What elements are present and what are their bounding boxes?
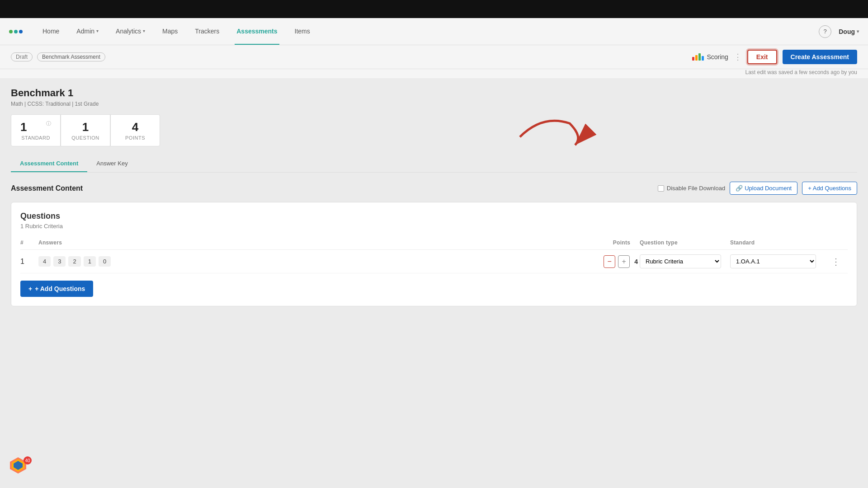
scoring-button[interactable]: Scoring [692, 53, 728, 61]
answer-chip-0: 0 [99, 256, 111, 267]
points-value: 4 [634, 258, 638, 265]
save-status: Last edit was saved a few seconds ago by… [0, 69, 868, 78]
standard-stat: 1 ⓘ STANDARD [11, 114, 61, 146]
bar-orange [695, 55, 698, 61]
tab-assessment-content[interactable]: Assessment Content [11, 155, 87, 172]
logo-dots [9, 30, 23, 33]
points-decrease-button[interactable]: − [604, 255, 615, 268]
row-num: 1 [20, 258, 38, 266]
content-actions: Disable File Download 🔗 Upload Document … [658, 182, 857, 195]
question-label: QUESTION [70, 135, 101, 141]
bar-blue [702, 56, 704, 61]
answer-chip-4: 4 [38, 256, 51, 267]
nav-admin[interactable]: Admin ▾ [75, 18, 100, 45]
nav-home[interactable]: Home [41, 18, 61, 45]
question-type-select[interactable]: Rubric Criteria [640, 254, 721, 268]
question-count: 1 [70, 120, 101, 134]
answer-chip-1: 1 [84, 256, 96, 267]
draft-badge: Draft [11, 52, 33, 61]
questions-title: Questions [20, 211, 848, 221]
standard-select[interactable]: 1.OA.A.1 [730, 254, 816, 268]
help-icon[interactable]: ? [819, 25, 831, 38]
standard-label: STANDARD [20, 135, 51, 141]
scoring-bars-icon [692, 53, 704, 61]
nav-items[interactable]: Items [293, 18, 312, 45]
main-content: Benchmark 1 Math | CCSS: Traditional | 1… [0, 78, 868, 488]
nav-right: ? Doug ▾ [819, 25, 859, 38]
nav-analytics[interactable]: Analytics ▾ [114, 18, 147, 45]
col-header-answers: Answers [38, 239, 604, 246]
analytics-chevron-icon: ▾ [143, 28, 145, 33]
tab-answer-key[interactable]: Answer Key [87, 155, 137, 172]
bottom-badge: 40 [24, 456, 32, 465]
disable-download-label: Disable File Download [667, 185, 725, 192]
rubric-criteria-count: 1 Rubric Criteria [20, 223, 848, 230]
top-bar [0, 0, 868, 18]
tabs-row: Assessment Content Answer Key [11, 155, 857, 173]
col-header-qtype: Question type [640, 239, 730, 246]
info-icon[interactable]: ⓘ [46, 120, 51, 127]
username: Doug [839, 28, 855, 35]
upload-document-button[interactable]: 🔗 Upload Document [730, 182, 797, 195]
add-questions-button-bottom[interactable]: + + Add Questions [20, 281, 93, 297]
answer-chip-2: 2 [68, 256, 80, 267]
row-actions: ⋮ [830, 256, 848, 267]
navbar: Home Admin ▾ Analytics ▾ Maps Trackers A… [0, 18, 868, 45]
bar-red [692, 57, 694, 61]
content-header: Assessment Content Disable File Download… [11, 182, 857, 195]
nav-assessments[interactable]: Assessments [235, 18, 279, 45]
bar-green [698, 53, 701, 61]
points-stat: 4 POINTS [110, 114, 160, 146]
dot-blue [19, 30, 23, 33]
admin-chevron-icon: ▾ [96, 28, 99, 33]
exit-button[interactable]: Exit [747, 50, 777, 64]
disable-download-checkbox[interactable] [658, 185, 664, 192]
subheader: Draft Benchmark Assessment Scoring ⋮ Exi… [0, 45, 868, 69]
page-title: Benchmark 1 [11, 87, 857, 99]
user-chevron-icon: ▾ [857, 29, 859, 34]
plus-icon: + [28, 285, 32, 292]
answer-chips: 4 3 2 1 0 [38, 256, 604, 267]
questions-card: Questions 1 Rubric Criteria # Answers Po… [11, 202, 857, 306]
add-questions-container: + + Add Questions [20, 281, 848, 297]
dot-green [9, 30, 13, 33]
logo[interactable] [9, 30, 23, 33]
bottom-icon[interactable]: 40 [9, 456, 32, 479]
assessment-type-badge: Benchmark Assessment [37, 52, 105, 61]
points-increase-button[interactable]: + [618, 255, 630, 268]
col-header-num: # [20, 239, 38, 246]
row-menu-button[interactable]: ⋮ [830, 255, 842, 268]
add-questions-button-top[interactable]: + Add Questions [802, 182, 857, 195]
points-label: POINTS [120, 135, 151, 141]
table-header: # Answers Points Question type Standard [20, 236, 848, 250]
row-standard: 1.OA.A.1 [730, 254, 830, 268]
points-count: 4 [120, 120, 151, 134]
content-section-title: Assessment Content [11, 184, 83, 192]
page-subtitle: Math | CCSS: Traditional | 1st Grade [11, 101, 857, 107]
points-controls: − + 4 [604, 255, 640, 268]
question-stat: 1 QUESTION [61, 114, 110, 146]
col-header-standard: Standard [730, 239, 830, 246]
row-points-control: − + 4 [604, 255, 640, 268]
disable-download-option: Disable File Download [658, 185, 725, 192]
user-menu[interactable]: Doug ▾ [839, 28, 859, 35]
link-icon: 🔗 [736, 185, 743, 192]
nav-trackers[interactable]: Trackers [193, 18, 221, 45]
stats-row: 1 ⓘ STANDARD 1 QUESTION 4 POINTS [11, 114, 183, 146]
row-answers: 4 3 2 1 0 [38, 256, 604, 267]
separator-dots: ⋮ [734, 52, 742, 62]
subheader-right: Scoring ⋮ Exit Create Assessment [692, 50, 857, 64]
scoring-label: Scoring [707, 53, 728, 61]
nav-maps[interactable]: Maps [160, 18, 179, 45]
create-assessment-button[interactable]: Create Assessment [783, 50, 857, 64]
table-row: 1 4 3 2 1 0 − + 4 Rubric Crite [20, 250, 848, 273]
answer-chip-3: 3 [53, 256, 66, 267]
col-header-points: Points [604, 239, 640, 246]
dot-teal [14, 30, 18, 33]
row-qtype: Rubric Criteria [640, 254, 730, 268]
standard-count: 1 [20, 120, 27, 134]
